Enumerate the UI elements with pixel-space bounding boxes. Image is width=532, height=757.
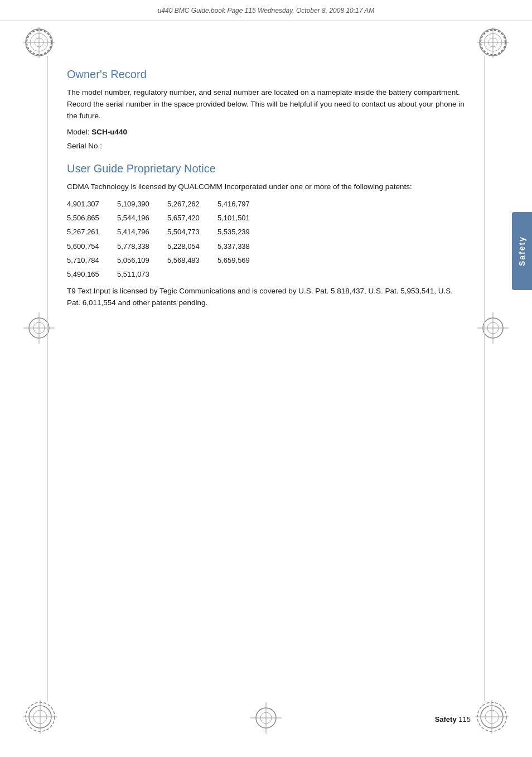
patent-6-2: 5,511,073 xyxy=(117,268,167,281)
owners-record-body: The model number, regulatory number, and… xyxy=(67,87,465,122)
patent-3-3: 5,504,773 xyxy=(167,225,217,238)
page-wrapper: u440 BMC Guide.book Page 115 Wednesday, … xyxy=(0,0,532,757)
bottom-left-decoration xyxy=(23,700,57,734)
user-guide-intro: CDMA Technology is licensed by QUALCOMM … xyxy=(67,181,465,193)
patent-row-5: 5,710,784 5,056,109 5,568,483 5,659,569 xyxy=(67,254,465,267)
patent-2-2: 5,544,196 xyxy=(117,211,167,224)
footer-label: Safety xyxy=(435,715,457,724)
patent-4-1: 5,600,754 xyxy=(67,240,117,253)
patent-4-4: 5,337,338 xyxy=(217,240,268,253)
content-area: Owner's Record The model number, regulat… xyxy=(61,56,471,320)
patent-row-2: 5,506,865 5,544,196 5,657,420 5,101,501 xyxy=(67,211,465,224)
patent-row-3: 5,267,261 5,414,796 5,504,773 5,535,239 xyxy=(67,225,465,238)
patent-3-1: 5,267,261 xyxy=(67,225,117,238)
model-line: Model: SCH-u440 xyxy=(67,127,465,138)
patent-row-1: 4,901,307 5,109,390 5,267,262 5,416,797 xyxy=(67,197,465,210)
patent-2-4: 5,101,501 xyxy=(217,211,268,224)
patent-row-6: 5,490,165 5,511,073 xyxy=(67,268,465,281)
user-guide-title: User Guide Proprietary Notice xyxy=(67,161,465,176)
model-value: SCH-u440 xyxy=(91,128,127,136)
page-footer: Safety 115 xyxy=(435,715,471,724)
patent-3-2: 5,414,796 xyxy=(117,225,167,238)
sidebar-tab: Safety xyxy=(512,212,532,290)
patent-1-3: 5,267,262 xyxy=(167,197,217,210)
patent-3-4: 5,535,239 xyxy=(217,225,268,238)
model-label: Model: xyxy=(67,128,91,136)
patent-numbers-block: 4,901,307 5,109,390 5,267,262 5,416,797 … xyxy=(67,197,465,281)
header-text: u440 BMC Guide.book Page 115 Wednesday, … xyxy=(158,7,375,15)
patent-6-1: 5,490,165 xyxy=(67,268,117,281)
patent-2-3: 5,657,420 xyxy=(167,211,217,224)
patent-2-1: 5,506,865 xyxy=(67,211,117,224)
footer-page-number: 115 xyxy=(458,715,471,724)
bottom-right-decoration xyxy=(475,700,509,734)
mid-left-decoration xyxy=(23,312,55,344)
header-bar: u440 BMC Guide.book Page 115 Wednesday, … xyxy=(0,0,532,21)
patent-5-3: 5,568,483 xyxy=(167,254,217,267)
patent-1-4: 5,416,797 xyxy=(217,197,268,210)
mid-right-decoration xyxy=(477,312,509,344)
serial-line: Serial No.: xyxy=(67,141,465,152)
top-left-decoration xyxy=(23,27,55,58)
owners-record-title: Owner's Record xyxy=(67,67,465,81)
t9-text: T9 Text Input is licensed by Tegic Commu… xyxy=(67,286,465,309)
patent-5-4: 5,659,569 xyxy=(217,254,268,267)
patent-4-3: 5,228,054 xyxy=(167,240,217,253)
patent-1-1: 4,901,307 xyxy=(67,197,117,210)
patent-5-2: 5,056,109 xyxy=(117,254,167,267)
patent-5-1: 5,710,784 xyxy=(67,254,117,267)
top-right-decoration xyxy=(477,27,509,58)
left-border-line xyxy=(47,56,48,701)
right-border-line xyxy=(484,56,485,701)
patent-1-2: 5,109,390 xyxy=(117,197,167,210)
sidebar-label: Safety xyxy=(518,236,526,266)
patent-row-4: 5,600,754 5,778,338 5,228,054 5,337,338 xyxy=(67,240,465,253)
patent-4-2: 5,778,338 xyxy=(117,240,167,253)
bottom-mid-decoration xyxy=(250,702,282,734)
